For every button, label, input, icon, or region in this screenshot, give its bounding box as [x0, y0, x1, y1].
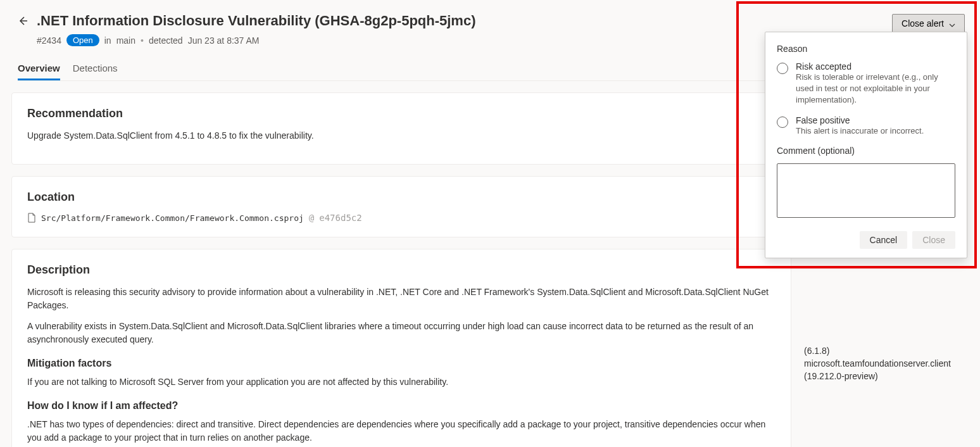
status-badge: Open: [66, 34, 99, 46]
back-arrow-icon[interactable]: [18, 16, 28, 26]
reason-desc: This alert is inaccurate or incorrect.: [796, 125, 924, 137]
close-alert-button[interactable]: Close alert: [892, 14, 965, 33]
tab-detections[interactable]: Detections: [73, 58, 118, 80]
affected-heading: How do I know if I am affected?: [27, 400, 776, 412]
reason-option-false-positive[interactable]: False positive This alert is inaccurate …: [777, 115, 955, 137]
description-p4: .NET has two types of dependencies: dire…: [27, 418, 776, 444]
description-p2: A vulnerability exists in System.Data.Sq…: [27, 320, 776, 346]
tab-overview[interactable]: Overview: [18, 58, 60, 80]
side-version-2: (19.212.0-preview): [804, 371, 969, 381]
reason-option-risk-accepted[interactable]: Risk accepted Risk is tolerable or irrel…: [777, 61, 955, 106]
recommendation-card: Recommendation Upgrade System.Data.SqlCl…: [11, 92, 791, 165]
description-card: Description Microsoft is releasing this …: [11, 249, 791, 447]
page-title: .NET Information Disclosure Vulnerabilit…: [37, 13, 476, 29]
comment-label: Comment (optional): [777, 146, 955, 156]
alert-id: #2434: [37, 35, 61, 46]
reason-title: Risk accepted: [796, 61, 955, 72]
side-package: microsoft.teamfoundationserver.client: [804, 358, 969, 368]
branch-name[interactable]: main: [116, 35, 135, 46]
close-button[interactable]: Close: [912, 231, 955, 249]
radio-icon[interactable]: [777, 116, 788, 128]
location-heading: Location: [27, 191, 776, 204]
comment-input[interactable]: [777, 163, 955, 218]
description-p1: Microsoft is releasing this security adv…: [27, 286, 776, 312]
chevron-down-icon: [949, 20, 955, 27]
mitigation-heading: Mitigation factors: [27, 358, 776, 369]
radio-icon[interactable]: [777, 63, 788, 74]
separator-dot: •: [141, 35, 144, 46]
detected-label: detected: [149, 35, 183, 46]
description-heading: Description: [27, 263, 776, 277]
recommendation-text: Upgrade System.Data.SqlClient from 4.5.1…: [27, 129, 776, 142]
close-alert-label: Close alert: [901, 18, 944, 28]
file-icon: [27, 213, 36, 223]
at-symbol: @: [309, 213, 314, 223]
in-label: in: [104, 35, 111, 46]
cancel-button[interactable]: Cancel: [860, 231, 908, 249]
reason-label: Reason: [777, 44, 955, 54]
reason-desc: Risk is tolerable or irrelevant (e.g., o…: [796, 72, 955, 106]
file-path[interactable]: Src/Platform/Framework.Common/Framework.…: [41, 213, 304, 223]
commit-hash[interactable]: e476d5c2: [319, 213, 361, 223]
location-card: Location Src/Platform/Framework.Common/F…: [11, 176, 791, 237]
description-p3: If you are not talking to Microsoft SQL …: [27, 375, 776, 389]
recommendation-heading: Recommendation: [27, 107, 776, 120]
side-version-1: (6.1.8): [804, 346, 969, 356]
reason-title: False positive: [796, 115, 924, 125]
close-alert-popup: Reason Risk accepted Risk is tolerable o…: [765, 32, 967, 258]
detected-time: Jun 23 at 8:37 AM: [188, 35, 260, 46]
